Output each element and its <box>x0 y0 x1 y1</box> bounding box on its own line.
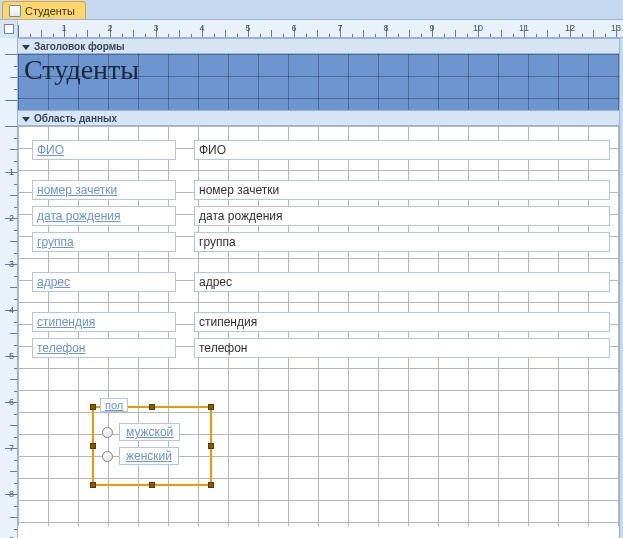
ruler-label: 13 <box>611 23 621 33</box>
resize-handle[interactable] <box>208 482 214 488</box>
form-icon <box>9 5 21 17</box>
design-surface[interactable]: Заголовок формы Студенты Область данных … <box>18 38 623 538</box>
option-group-legend[interactable]: пол <box>100 398 128 412</box>
form-title-label[interactable]: Студенты <box>20 54 143 86</box>
resize-handle[interactable] <box>208 404 214 410</box>
ruler-label: 11 <box>519 23 529 33</box>
resize-handle[interactable] <box>208 443 214 449</box>
form-right-edge[interactable] <box>619 38 623 538</box>
radio-icon[interactable] <box>102 451 113 462</box>
field-row: группагруппа <box>32 232 610 252</box>
resize-handle[interactable] <box>149 482 155 488</box>
field-label[interactable]: стипендия <box>32 312 176 332</box>
field-row: дата рождениядата рождения <box>32 206 610 226</box>
ruler-select-all[interactable] <box>0 20 18 38</box>
horizontal-ruler[interactable]: 12345678910111213 <box>0 20 623 38</box>
ruler-label: 3 <box>153 23 158 33</box>
ruler-label: 8 <box>9 489 14 499</box>
option-row[interactable]: женский <box>102 446 202 466</box>
ruler-label: 5 <box>245 23 250 33</box>
field-label[interactable]: ФИО <box>32 140 176 160</box>
field-label[interactable]: адрес <box>32 272 176 292</box>
tab-label: Студенты <box>25 5 75 17</box>
ruler-label: 8 <box>383 23 388 33</box>
field-label[interactable]: номер зачетки <box>32 180 176 200</box>
ruler-label: 10 <box>473 23 483 33</box>
collapse-icon <box>22 45 30 50</box>
ruler-label: 1 <box>61 23 66 33</box>
ruler-label: 4 <box>199 23 204 33</box>
ruler-label: 4 <box>9 305 14 315</box>
field-row: адресадрес <box>32 272 610 292</box>
field-textbox[interactable]: адрес <box>194 272 610 292</box>
section-bar-form-header[interactable]: Заголовок формы <box>18 38 623 54</box>
option-group-gender[interactable]: пол мужской женский <box>92 406 212 486</box>
ruler-label: 6 <box>291 23 296 33</box>
section-bar-detail[interactable]: Область данных <box>18 110 623 126</box>
field-textbox[interactable]: стипендия <box>194 312 610 332</box>
resize-handle[interactable] <box>149 404 155 410</box>
ruler-label: 1 <box>9 167 14 177</box>
ruler-label: 7 <box>337 23 342 33</box>
field-label[interactable]: группа <box>32 232 176 252</box>
option-label-female[interactable]: женский <box>119 447 179 465</box>
section-label: Область данных <box>34 113 117 124</box>
vertical-ruler[interactable]: 12345678910 <box>0 38 18 538</box>
resize-handle[interactable] <box>90 404 96 410</box>
ruler-label: 6 <box>9 397 14 407</box>
collapse-icon <box>22 117 30 122</box>
tab-students[interactable]: Студенты <box>2 1 86 19</box>
resize-handle[interactable] <box>90 443 96 449</box>
tab-bar: Студенты <box>0 0 623 20</box>
ruler-label: 2 <box>107 23 112 33</box>
radio-icon[interactable] <box>102 427 113 438</box>
ruler-label: 2 <box>9 213 14 223</box>
form-header-area[interactable]: Студенты <box>18 54 623 110</box>
field-textbox[interactable]: дата рождения <box>194 206 610 226</box>
detail-area[interactable]: пол мужской женский <box>18 126 623 526</box>
field-label[interactable]: телефон <box>32 338 176 358</box>
field-textbox[interactable]: телефон <box>194 338 610 358</box>
hruler-track: 12345678910111213 <box>18 20 623 37</box>
field-textbox[interactable]: ФИО <box>194 140 610 160</box>
field-row: телефонтелефон <box>32 338 610 358</box>
ruler-label: 3 <box>9 259 14 269</box>
ruler-label: 9 <box>429 23 434 33</box>
field-row: стипендиястипендия <box>32 312 610 332</box>
field-row: ФИОФИО <box>32 140 610 160</box>
option-label-male[interactable]: мужской <box>119 423 180 441</box>
ruler-label: 7 <box>9 443 14 453</box>
ruler-label: 5 <box>9 351 14 361</box>
option-row[interactable]: мужской <box>102 422 202 442</box>
section-label: Заголовок формы <box>34 41 125 52</box>
resize-handle[interactable] <box>90 482 96 488</box>
field-label[interactable]: дата рождения <box>32 206 176 226</box>
field-textbox[interactable]: номер зачетки <box>194 180 610 200</box>
field-textbox[interactable]: группа <box>194 232 610 252</box>
field-row: номер зачеткиномер зачетки <box>32 180 610 200</box>
ruler-label: 12 <box>565 23 575 33</box>
